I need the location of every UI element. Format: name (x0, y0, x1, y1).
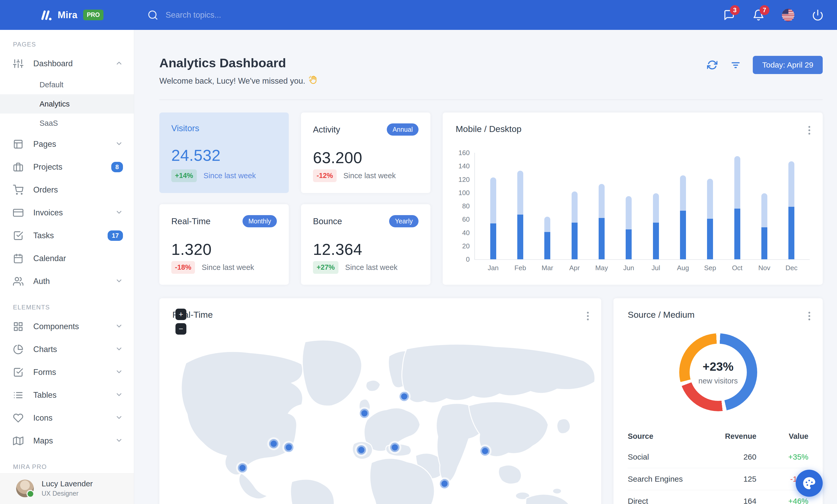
sidebar-item-label: Forms (33, 368, 115, 377)
mira-logo-icon (38, 9, 52, 21)
brand[interactable]: Mira PRO (0, 9, 134, 21)
map-marker-moscow[interactable] (399, 392, 409, 401)
global-search[interactable] (147, 10, 301, 20)
refresh-button[interactable] (706, 59, 718, 71)
sidebar-item-tables[interactable]: Tables (0, 384, 134, 407)
sliders-icon (13, 58, 24, 69)
table-row[interactable]: Direct164+46% (628, 490, 808, 504)
stat-title: Visitors (171, 124, 199, 133)
source-card-title: Source / Medium (628, 310, 808, 320)
card-menu-kebab[interactable] (807, 311, 811, 321)
sidebar-item-components[interactable]: Components (0, 315, 134, 338)
search-icon (147, 10, 158, 20)
source-cell: Direct (628, 497, 697, 504)
stat-period-badge[interactable]: Monthly (243, 215, 277, 227)
bar-may[interactable] (588, 153, 615, 259)
stat-delta-chip: +27% (313, 261, 338, 274)
table-row[interactable]: Social260+35% (628, 446, 808, 468)
x-tick-label: Oct (724, 264, 751, 272)
stat-note: Since last week (343, 171, 396, 180)
chevron-down-icon (115, 436, 123, 445)
chevron-down-icon (115, 277, 123, 286)
sidebar-item-orders[interactable]: Orders (0, 179, 134, 201)
sidebar-item-label: Calendar (33, 254, 123, 263)
map-marker-turkey[interactable] (390, 443, 399, 452)
bar-jun[interactable] (615, 153, 642, 259)
theme-settings-fab[interactable] (796, 470, 823, 497)
bar-jul[interactable] (642, 153, 669, 259)
x-axis-labels: JanFebMarAprMayJunJulAugSepOctNovDec (475, 264, 810, 272)
sidebar-item-invoices[interactable]: Invoices (0, 201, 134, 224)
world-map[interactable] (159, 335, 601, 504)
map-marker-london[interactable] (360, 409, 369, 418)
language-flag-button[interactable] (781, 8, 795, 22)
table-header: Revenue (697, 432, 756, 441)
map-marker-india[interactable] (440, 479, 449, 488)
sidebar-item-pages[interactable]: Pages (0, 133, 134, 156)
filter-button[interactable] (729, 59, 742, 71)
layout-icon (13, 139, 24, 150)
sidebar-item-calendar[interactable]: Calendar (0, 247, 134, 270)
sidebar-item-icons[interactable]: Icons (0, 407, 134, 429)
sidebar-subitem-saas[interactable]: SaaS (0, 114, 134, 133)
sign-out-button[interactable] (811, 8, 824, 22)
map-marker-china[interactable] (480, 446, 490, 456)
sidebar-user[interactable]: Lucy Lavender UX Designer (0, 473, 134, 504)
map-marker-midwest-us[interactable] (269, 439, 279, 448)
bar-dec[interactable] (778, 153, 805, 259)
x-tick-label: Nov (751, 264, 778, 272)
user-role: UX Designer (41, 490, 93, 497)
stat-card-visitors: Visitors24.532+14%Since last week (159, 112, 289, 193)
sidebar-subitem-default[interactable]: Default (0, 75, 134, 94)
chevron-down-icon (115, 208, 123, 217)
sidebar: PAGESDashboardDefaultAnalyticsSaaSPagesP… (0, 30, 134, 504)
messages-button[interactable]: 3 (722, 8, 736, 22)
welcome-message: Welcome back, Lucy! We've missed you. (159, 75, 318, 87)
bar-oct[interactable] (724, 153, 751, 259)
bar-feb[interactable] (506, 153, 534, 259)
notifications-button[interactable]: 7 (752, 8, 765, 22)
stat-card-bounce: BounceYearly12.364+27%Since last week (301, 204, 430, 285)
sidebar-subitem-analytics[interactable]: Analytics (0, 94, 134, 114)
page-title: Analytics Dashboard (159, 56, 318, 70)
sidebar-item-auth[interactable]: Auth (0, 270, 134, 293)
table-row[interactable]: Search Engines125-12% (628, 468, 808, 490)
donut-center-value: +23% (702, 359, 733, 374)
chevron-down-icon (115, 345, 123, 354)
stat-period-badge[interactable]: Yearly (389, 215, 418, 227)
map-marker-spain[interactable] (357, 445, 366, 455)
bar-mar[interactable] (534, 153, 561, 259)
bar-aug[interactable] (669, 153, 696, 259)
value-cell: +46% (756, 497, 808, 504)
search-input[interactable] (165, 10, 301, 20)
bar-apr[interactable] (561, 153, 588, 259)
top-navbar: Mira PRO 3 7 (0, 0, 837, 30)
bar-nov[interactable] (751, 153, 778, 259)
sidebar-item-label: Auth (33, 277, 115, 286)
y-tick-label: 100 (459, 189, 470, 197)
card-menu-kebab[interactable] (586, 311, 590, 321)
grid-icon (13, 321, 24, 332)
today-date-button[interactable]: Today: April 29 (753, 56, 823, 74)
bar-jan[interactable] (480, 153, 506, 259)
card-menu-kebab[interactable] (807, 125, 811, 136)
sidebar-item-projects[interactable]: Projects8 (0, 156, 134, 179)
map-marker-california[interactable] (238, 463, 247, 472)
sidebar-item-label: Pages (33, 139, 115, 149)
revenue-cell: 164 (697, 497, 756, 504)
bar-sep[interactable] (697, 153, 724, 259)
sidebar-item-dashboard[interactable]: Dashboard (0, 52, 134, 75)
table-header: Value (756, 432, 808, 441)
map-zoom-out-button[interactable]: − (176, 323, 186, 335)
sidebar-item-charts[interactable]: Charts (0, 338, 134, 361)
sidebar-item-forms[interactable]: Forms (0, 361, 134, 384)
sidebar-item-maps[interactable]: Maps (0, 429, 134, 452)
stat-period-badge[interactable]: Annual (387, 124, 418, 136)
x-tick-label: Sep (697, 264, 724, 272)
y-tick-label: 40 (462, 229, 470, 237)
x-tick-label: Mar (534, 264, 561, 272)
map-marker-northeast-us[interactable] (284, 443, 293, 452)
table-header-row: SourceRevenueValue (628, 426, 808, 446)
sidebar-item-tasks[interactable]: Tasks17 (0, 224, 134, 247)
map-zoom-in-button[interactable]: + (176, 309, 186, 320)
